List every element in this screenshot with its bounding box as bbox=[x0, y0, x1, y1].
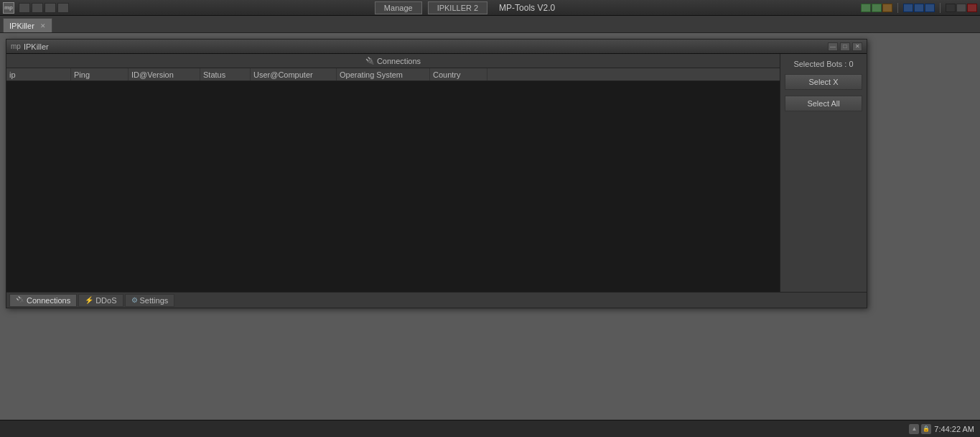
taskbar: ▲ 🔒 7:44:22 AM bbox=[0, 420, 980, 437]
ddos-tab-icon: ⚡ bbox=[85, 296, 93, 304]
title-bar-left: mp bbox=[3, 2, 69, 14]
connections-panel: 🔌 Connections ip Ping ID@Version Status … bbox=[6, 54, 780, 292]
win-btn-dark[interactable] bbox=[946, 4, 956, 12]
win-btn-green-2[interactable] bbox=[872, 4, 882, 12]
th-user: User@Computer bbox=[251, 68, 337, 80]
bottom-tabs: 🔌 Connections ⚡ DDoS ⚙ Settings bbox=[6, 292, 867, 308]
tray-icons: ▲ 🔒 bbox=[909, 424, 931, 434]
bottom-tab-connections[interactable]: 🔌 Connections bbox=[9, 294, 77, 307]
right-panel: Selected Bots : 0 Select X Select All bbox=[780, 54, 867, 292]
connections-header-bar: 🔌 Connections bbox=[6, 54, 780, 68]
tray-icon-2: 🔒 bbox=[921, 424, 931, 434]
win-btn-blue-2[interactable] bbox=[914, 4, 924, 12]
win-btn-green-1[interactable] bbox=[861, 4, 871, 12]
select-x-button[interactable]: Select X bbox=[785, 74, 862, 90]
title-bar-right bbox=[861, 3, 977, 13]
table-header: ip Ping ID@Version Status User@Computer … bbox=[6, 68, 780, 81]
manage-button[interactable]: Manage bbox=[375, 1, 422, 14]
win-btn-red[interactable] bbox=[967, 4, 977, 12]
tray-icon-1: ▲ bbox=[909, 424, 919, 434]
ipkiller-close-btn[interactable]: ✕ bbox=[852, 42, 862, 51]
tab-ipkiller[interactable]: IPKiller ✕ bbox=[3, 18, 52, 32]
main-area: mp IPKiller — □ ✕ 🔌 Connections ip Ping bbox=[0, 33, 980, 437]
separator-2 bbox=[940, 3, 941, 13]
toolbar-btn-3[interactable] bbox=[45, 3, 56, 13]
settings-tab-label: Settings bbox=[140, 296, 169, 305]
ipkiller-title-icon: mp bbox=[11, 42, 21, 50]
connections-header-label: Connections bbox=[377, 57, 421, 65]
connections-tab-label: Connections bbox=[27, 296, 70, 305]
ipkiller-body: 🔌 Connections ip Ping ID@Version Status … bbox=[6, 54, 867, 292]
title-bar: mp Manage IPKILLER 2 MP-Tools V2.0 bbox=[0, 0, 980, 16]
ipkiller-controls: — □ ✕ bbox=[828, 42, 862, 51]
app-logo: mp bbox=[3, 2, 14, 14]
win-btn-blue-1[interactable] bbox=[903, 4, 913, 12]
title-bar-tools bbox=[19, 3, 69, 13]
separator-1 bbox=[897, 3, 898, 13]
tab-ipkiller-close[interactable]: ✕ bbox=[40, 22, 46, 29]
table-body bbox=[6, 81, 780, 292]
ipkiller-titlebar: mp IPKiller — □ ✕ bbox=[6, 40, 867, 54]
ipkiller-title: mp IPKiller bbox=[11, 42, 49, 51]
tab-bar: IPKiller ✕ bbox=[0, 16, 980, 33]
win-controls-group1 bbox=[861, 4, 892, 12]
th-ping: Ping bbox=[71, 68, 129, 80]
th-id: ID@Version bbox=[129, 68, 200, 80]
connections-icon: 🔌 bbox=[365, 57, 374, 65]
ipkiller-window: mp IPKiller — □ ✕ 🔌 Connections ip Ping bbox=[6, 39, 867, 308]
bottom-tab-settings[interactable]: ⚙ Settings bbox=[125, 294, 175, 307]
title-nav: Manage IPKILLER 2 bbox=[375, 1, 487, 14]
toolbar-btn-4[interactable] bbox=[57, 3, 69, 13]
win-controls-group2 bbox=[903, 4, 935, 12]
ipkiller2-button[interactable]: IPKILLER 2 bbox=[428, 1, 487, 14]
connections-tab-icon: 🔌 bbox=[16, 296, 24, 304]
th-country: Country bbox=[430, 68, 487, 80]
toolbar-btn-1[interactable] bbox=[19, 3, 30, 13]
ddos-tab-label: DDoS bbox=[95, 296, 116, 305]
title-center: Manage IPKILLER 2 MP-Tools V2.0 bbox=[69, 1, 861, 14]
tab-ipkiller-label: IPKiller bbox=[9, 22, 34, 30]
select-all-button[interactable]: Select All bbox=[785, 96, 862, 111]
settings-tab-icon: ⚙ bbox=[131, 296, 138, 304]
toolbar-btn-2[interactable] bbox=[32, 3, 43, 13]
bottom-tab-ddos[interactable]: ⚡ DDoS bbox=[78, 294, 123, 307]
clock: 7:44:22 AM bbox=[934, 425, 974, 433]
th-ip: ip bbox=[6, 68, 71, 80]
th-status: Status bbox=[200, 68, 251, 80]
win-btn-blue-3[interactable] bbox=[925, 4, 935, 12]
win-controls-group3 bbox=[946, 4, 977, 12]
app-title: MP-Tools V2.0 bbox=[499, 3, 555, 13]
system-tray: ▲ 🔒 7:44:22 AM bbox=[909, 424, 974, 434]
ipkiller-maximize-btn[interactable]: □ bbox=[840, 42, 850, 51]
selected-bots-label: Selected Bots : 0 bbox=[785, 60, 862, 68]
win-btn-gray-1[interactable] bbox=[956, 4, 966, 12]
th-os: Operating System bbox=[337, 68, 430, 80]
ipkiller-minimize-btn[interactable]: — bbox=[828, 42, 838, 51]
ipkiller-title-text: IPKiller bbox=[24, 42, 49, 51]
win-btn-orange[interactable] bbox=[882, 4, 892, 12]
